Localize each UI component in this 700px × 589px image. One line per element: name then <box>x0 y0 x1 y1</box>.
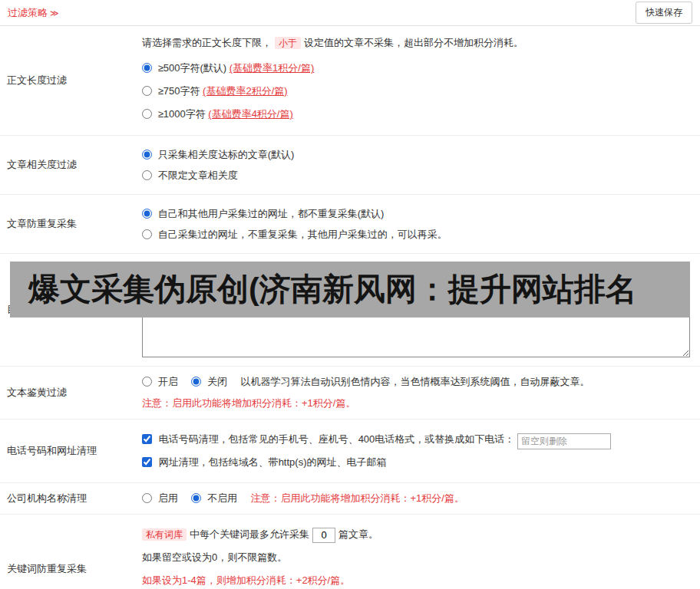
company-clean-on-radio[interactable] <box>142 493 152 503</box>
porn-filter-description: 以机器学习算法自动识别色情内容，当色情概率达到系统阈值，自动屏蔽文章。 <box>241 376 590 387</box>
porn-option-on[interactable]: 开启 <box>142 375 178 389</box>
relevance-option-any[interactable]: 不限定文章相关度 <box>142 165 694 186</box>
relevance-option-any-label: 不限定文章相关度 <box>158 169 238 181</box>
length-option-750[interactable]: ≥750字符 (基础费率2积分/篇) <box>142 80 694 103</box>
topbar: 过滤策略≫ 快速保存 <box>0 0 700 26</box>
length-option-1000-fee-note: (基础费率4积分/篇) <box>208 108 293 120</box>
filter-strategy-page: 过滤策略≫ 快速保存 正文长度过滤 请选择需求的正文长度下限，小于设定值的文章不… <box>0 0 700 589</box>
length-option-1000[interactable]: ≥1000字符 (基础费率4积分/篇) <box>142 103 694 126</box>
private-lexicon-tag: 私有词库 <box>142 528 187 541</box>
page-title: 过滤策略 <box>8 7 48 18</box>
section-content-phone-url-clean: 电话号码清理，包括常见的手机号、座机号、400电话格式，或替换成如下电话： 网址… <box>135 420 700 482</box>
company-clean-cost-note: 注意：启用此功能将增加积分消耗：+1积分/篇。 <box>251 492 464 504</box>
phone-clean-checkbox[interactable] <box>142 434 152 444</box>
dedup-option-global-radio[interactable] <box>142 209 152 219</box>
porn-filter-options-line: 开启 关闭 以机器学习算法自动识别色情内容，当色情概率达到系统阈值，自动屏蔽文章… <box>142 375 694 389</box>
porn-filter-cost-note: 注意：启用此功能将增加积分消耗：+1积分/篇。 <box>142 397 694 410</box>
section-label-dedup-filter: 文章防重复采集 <box>0 195 135 253</box>
length-option-1000-label: ≥1000字符 <box>158 108 206 120</box>
intro-text-after: 设定值的文章不采集，超出部分不增加积分消耗。 <box>304 37 523 48</box>
section-label-porn-filter: 文本鉴黄过滤 <box>0 367 135 419</box>
length-option-750-fee-note: (基础费率2积分/篇) <box>203 85 288 97</box>
section-content-relevance-filter: 只采集相关度达标的文章(默认) 不限定文章相关度 <box>135 136 700 194</box>
filter-strategy-toggle[interactable]: 过滤策略≫ <box>8 6 59 20</box>
company-clean-option-off[interactable]: 不启用 <box>191 492 237 505</box>
watermark-banner-text: 爆文采集伪原创(济南新风网：提升网站排名 <box>28 268 637 311</box>
url-clean-checkbox[interactable] <box>142 457 152 467</box>
url-clean-label: 网址清理，包括纯域名、带http(s)的网址、电子邮箱 <box>159 456 387 468</box>
section-relevance-filter: 文章相关度过滤 只采集相关度达标的文章(默认) 不限定文章相关度 <box>0 136 700 195</box>
relevance-option-strict-label: 只采集相关度达标的文章(默认) <box>158 149 295 160</box>
length-filter-intro: 请选择需求的正文长度下限，小于设定值的文章不采集，超出部分不增加积分消耗。 <box>142 35 694 51</box>
section-label-relevance-filter: 文章相关度过滤 <box>0 136 135 194</box>
keyword-rule-1-4: 如果设为1-4篇，则增加积分消耗：+2积分/篇。 <box>142 569 694 589</box>
length-option-1000-radio[interactable] <box>142 109 152 119</box>
relevance-option-any-radio[interactable] <box>142 170 152 180</box>
section-keyword-dedup: 关键词防重复采集 私有词库中每个关键词最多允许采集篇文章。 如果留空或设为0，则… <box>0 515 700 589</box>
section-company-clean: 公司机构名称清理 启用 不启用 注意：启用此功能将增加积分消耗：+1积分/篇。 <box>0 483 700 515</box>
keyword-limit-text: 中每个关键词最多允许采集 <box>190 528 309 540</box>
section-label-company-clean: 公司机构名称清理 <box>0 483 135 514</box>
intro-text-before: 请选择需求的正文长度下限， <box>142 37 272 48</box>
dedup-option-global-label: 自己和其他用户采集过的网址，都不重复采集(默认) <box>158 208 385 219</box>
section-label-length-filter: 正文长度过滤 <box>0 26 135 135</box>
section-content-porn-filter: 开启 关闭 以机器学习算法自动识别色情内容，当色情概率达到系统阈值，自动屏蔽文章… <box>135 367 700 419</box>
section-dedup-filter: 文章防重复采集 自己和其他用户采集过的网址，都不重复采集(默认) 自己采集过的网… <box>0 195 700 254</box>
section-content-length-filter: 请选择需求的正文长度下限，小于设定值的文章不采集，超出部分不增加积分消耗。 ≥5… <box>135 26 700 135</box>
less-than-tag: 小于 <box>275 37 301 49</box>
dedup-option-self[interactable]: 自己采集过的网址，不重复采集，其他用户采集过的，可以再采。 <box>142 224 694 245</box>
url-clean-option[interactable]: 网址清理，包括纯域名、带http(s)的网址、电子邮箱 <box>142 451 694 474</box>
porn-option-on-label: 开启 <box>158 376 178 387</box>
length-option-500-label: ≥500字符(默认) <box>158 62 226 74</box>
phone-clean-option[interactable]: 电话号码清理，包括常见的手机号、座机号、400电话格式，或替换成如下电话： <box>142 428 694 451</box>
watermark-banner: 爆文采集伪原创(济南新风网：提升网站排名 <box>10 262 690 318</box>
keyword-limit-suffix: 篇文章。 <box>338 528 378 540</box>
max-articles-input[interactable] <box>312 528 335 543</box>
porn-option-off-radio[interactable] <box>191 377 201 387</box>
keyword-limit-line: 私有词库中每个关键词最多允许采集篇文章。 <box>142 523 694 546</box>
replacement-phone-input[interactable] <box>517 433 611 449</box>
chevron-down-icon: ≫ <box>50 8 59 18</box>
company-clean-option-on[interactable]: 启用 <box>142 492 178 505</box>
section-label-phone-url-clean: 电话号码和网址清理 <box>0 420 135 482</box>
company-clean-off-label: 不启用 <box>207 492 237 504</box>
company-clean-on-label: 启用 <box>158 492 178 504</box>
section-label-keyword-dedup: 关键词防重复采集 <box>0 515 135 589</box>
dedup-option-self-label: 自己采集过的网址，不重复采集，其他用户采集过的，可以再采。 <box>158 229 447 240</box>
section-length-filter: 正文长度过滤 请选择需求的正文长度下限，小于设定值的文章不采集，超出部分不增加积… <box>0 26 700 136</box>
quick-save-button[interactable]: 快速保存 <box>636 2 692 24</box>
section-content-dedup-filter: 自己和其他用户采集过的网址，都不重复采集(默认) 自己采集过的网址，不重复采集，… <box>135 195 700 253</box>
keyword-rule-zero: 如果留空或设为0，则不限篇数。 <box>142 546 694 569</box>
length-option-500-radio[interactable] <box>142 63 152 73</box>
length-option-500-fee-note: (基础费率1积分/篇) <box>229 62 315 74</box>
dedup-option-global[interactable]: 自己和其他用户采集过的网址，都不重复采集(默认) <box>142 203 694 224</box>
dedup-option-self-radio[interactable] <box>142 229 152 239</box>
company-clean-off-radio[interactable] <box>191 493 201 503</box>
length-option-750-label: ≥750字符 <box>158 85 200 97</box>
section-phone-url-clean: 电话号码和网址清理 电话号码清理，包括常见的手机号、座机号、400电话格式，或替… <box>0 420 700 483</box>
length-option-500[interactable]: ≥500字符(默认) (基础费率1积分/篇) <box>142 57 694 80</box>
section-content-company-clean: 启用 不启用 注意：启用此功能将增加积分消耗：+1积分/篇。 <box>135 483 700 514</box>
section-porn-filter: 文本鉴黄过滤 开启 关闭 以机器学习算法自动识别色情内容，当色情概率达到系统阈值… <box>0 367 700 420</box>
phone-clean-label: 电话号码清理，包括常见的手机号、座机号、400电话格式，或替换成如下电话： <box>159 433 515 445</box>
porn-option-on-radio[interactable] <box>142 377 152 387</box>
relevance-option-strict[interactable]: 只采集相关度达标的文章(默认) <box>142 144 694 165</box>
length-option-750-radio[interactable] <box>142 86 152 96</box>
porn-option-off[interactable]: 关闭 <box>191 375 227 389</box>
section-content-keyword-dedup: 私有词库中每个关键词最多允许采集篇文章。 如果留空或设为0，则不限篇数。 如果设… <box>135 515 700 589</box>
relevance-option-strict-radio[interactable] <box>142 150 152 160</box>
porn-option-off-label: 关闭 <box>207 376 227 387</box>
